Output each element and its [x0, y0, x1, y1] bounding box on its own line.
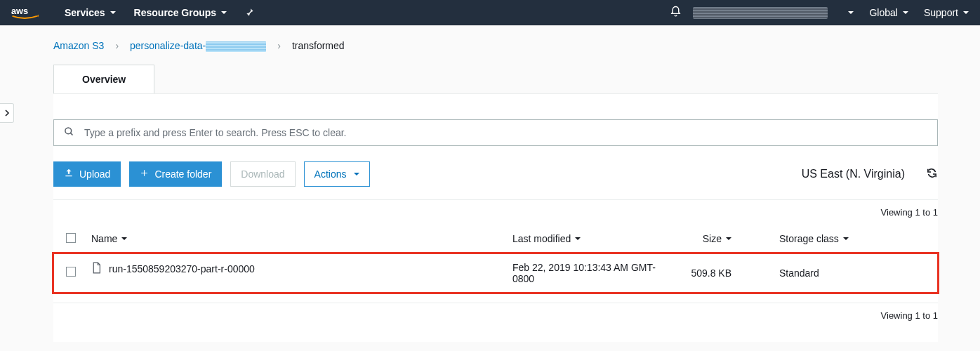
select-all-checkbox[interactable] — [66, 233, 76, 243]
breadcrumb: Amazon S3 › personalize-data- › transfor… — [53, 40, 938, 52]
overview-panel: Upload Create folder Download Actions US… — [53, 93, 938, 342]
column-size[interactable]: Size — [703, 233, 731, 244]
upload-button[interactable]: Upload — [53, 161, 121, 187]
plus-icon — [140, 168, 149, 180]
nav-support[interactable]: Support — [924, 7, 969, 18]
chevron-down-icon — [221, 11, 227, 14]
global-nav: aws Services Resource Groups Global Supp… — [0, 0, 980, 25]
chevron-down-icon — [848, 11, 854, 14]
toolbar: Upload Create folder Download Actions US… — [53, 161, 938, 187]
svg-point-1 — [65, 128, 72, 134]
main-content: Amazon S3 › personalize-data- › transfor… — [0, 25, 980, 351]
search-input[interactable] — [84, 127, 927, 138]
pin-icon[interactable] — [245, 7, 255, 19]
actions-dropdown[interactable]: Actions — [304, 161, 370, 187]
objects-table: Name Last modified Size Storage class ru… — [53, 225, 938, 293]
object-size: 509.8 KB — [675, 253, 774, 293]
sort-icon — [726, 237, 731, 240]
object-last-modified: Feb 22, 2019 10:13:43 AM GMT-0800 — [507, 253, 675, 293]
breadcrumb-root[interactable]: Amazon S3 — [53, 40, 104, 51]
account-name[interactable] — [693, 7, 828, 19]
object-storage-class: Standard — [774, 253, 938, 293]
sort-icon — [575, 237, 581, 240]
column-last-modified[interactable]: Last modified — [512, 233, 581, 244]
table-row[interactable]: run-1550859203270-part-r-00000 Feb 22, 2… — [53, 253, 938, 293]
nav-region[interactable]: Global — [869, 7, 908, 18]
file-icon — [91, 262, 102, 276]
breadcrumb-current: transformed — [292, 40, 345, 51]
nav-account-menu[interactable] — [843, 11, 854, 14]
column-name[interactable]: Name — [91, 233, 127, 244]
nav-resource-groups[interactable]: Resource Groups — [134, 7, 227, 18]
row-checkbox[interactable] — [66, 267, 76, 277]
chevron-right-icon: › — [115, 40, 119, 51]
notifications-icon[interactable] — [670, 6, 682, 20]
svg-text:aws: aws — [11, 6, 28, 16]
chevron-down-icon — [354, 173, 359, 176]
create-folder-button[interactable]: Create folder — [129, 161, 222, 187]
region-label: US East (N. Virginia) — [802, 168, 905, 180]
breadcrumb-bucket[interactable]: personalize-data- — [130, 40, 266, 52]
column-storage-class[interactable]: Storage class — [779, 233, 849, 244]
upload-icon — [64, 168, 74, 180]
tab-overview[interactable]: Overview — [53, 65, 154, 93]
object-name[interactable]: run-1550859203270-part-r-00000 — [109, 263, 255, 274]
download-button: Download — [230, 161, 295, 187]
search-icon — [64, 126, 74, 139]
aws-logo[interactable]: aws — [11, 6, 45, 20]
nav-services[interactable]: Services — [65, 7, 116, 18]
chevron-down-icon — [963, 11, 969, 14]
tabs: Overview — [53, 65, 938, 93]
chevron-right-icon: › — [277, 40, 281, 51]
prefix-search[interactable] — [53, 119, 938, 146]
pagination-top: Viewing 1 to 1 — [53, 200, 938, 225]
sort-icon — [843, 237, 849, 240]
redacted-text — [206, 41, 266, 52]
refresh-button[interactable] — [926, 167, 938, 181]
sort-icon — [121, 237, 127, 240]
svg-line-2 — [70, 133, 72, 135]
chevron-down-icon — [110, 11, 116, 14]
side-panel-toggle[interactable] — [0, 103, 14, 123]
chevron-down-icon — [903, 11, 908, 14]
pagination-bottom: Viewing 1 to 1 — [53, 303, 938, 328]
